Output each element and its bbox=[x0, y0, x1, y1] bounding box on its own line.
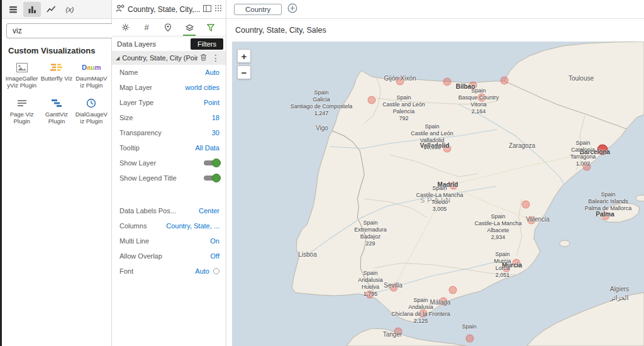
prop-value[interactable]: Point bbox=[204, 99, 219, 106]
prop-label: Allow Overlap bbox=[119, 252, 162, 260]
plugin-pageviz[interactable]: Page Viz Plugin bbox=[4, 98, 39, 125]
prop-label: Data Labels Pos... bbox=[119, 207, 176, 215]
grid-view-icon[interactable] bbox=[214, 4, 222, 14]
layer-title: Country, State, City (Point) bbox=[122, 54, 197, 62]
toggle-knob bbox=[212, 174, 221, 182]
zoom-in-button[interactable]: + bbox=[237, 49, 251, 63]
map-markers: Gijón XixónToulouseBilbaoVigoZaragozaVal… bbox=[232, 42, 644, 346]
prop-row-multi-line: Multi Line On bbox=[112, 233, 226, 248]
show-layer-toggle[interactable] bbox=[204, 160, 219, 165]
map-city-label: Sevilla bbox=[384, 282, 402, 289]
prop-value[interactable]: 18 bbox=[212, 114, 219, 121]
prop-row-font: Font Auto bbox=[112, 264, 226, 279]
prop-label: Font bbox=[119, 267, 133, 275]
collapse-triangle-icon[interactable]: ◢ bbox=[116, 55, 119, 61]
visualizations-panel-icon[interactable] bbox=[23, 2, 41, 17]
gantt-bars-icon bbox=[51, 98, 62, 109]
app-window: (x) × ⋮ Custom Visualizations ImageGalle… bbox=[0, 0, 644, 346]
prop-label: Show Layer bbox=[119, 159, 156, 167]
map-data-label: SpainBalearic IslandsPalma de Mallorca bbox=[585, 191, 632, 212]
prop-value[interactable]: Auto bbox=[195, 267, 209, 275]
map-zoom-controls: + − bbox=[237, 49, 251, 79]
map-visualization[interactable]: Gijón XixónToulouseBilbaoVigoZaragozaVal… bbox=[232, 42, 644, 346]
map-data-point[interactable] bbox=[522, 201, 530, 209]
analytics-panel-icon[interactable] bbox=[42, 2, 60, 17]
data-panel-icon[interactable] bbox=[4, 2, 22, 17]
map-city-label: Toulouse bbox=[569, 75, 594, 82]
custom-visualizations-title: Custom Visualizations bbox=[2, 41, 111, 62]
plugin-label: ImageGalleryViz Plugin bbox=[6, 75, 38, 89]
plugin-imagegallery[interactable]: ImageGalleryViz Plugin bbox=[4, 62, 39, 89]
plugin-dialgauge[interactable]: DialGaugeViz Plugin bbox=[74, 98, 109, 125]
map-data-point[interactable] bbox=[466, 335, 474, 343]
add-filter-icon[interactable] bbox=[287, 3, 297, 15]
calculations-panel-icon[interactable]: (x) bbox=[61, 2, 79, 17]
map-data-label: SpainBasque CountryVitoria2,164 bbox=[458, 87, 499, 115]
prop-value[interactable]: Off bbox=[211, 252, 219, 260]
show-legend-title-toggle[interactable] bbox=[204, 176, 219, 181]
prop-value[interactable]: All Data bbox=[195, 144, 219, 152]
layer-header[interactable]: ◢ Country, State, City (Point) ⋮ bbox=[112, 51, 226, 65]
panel-layout-icon[interactable] bbox=[203, 5, 211, 14]
map-data-label: SpainGaliciaSantiago de Compostela1,247 bbox=[291, 89, 353, 117]
zoom-out-button[interactable]: − bbox=[237, 65, 251, 79]
map-city-label: Zaragoza bbox=[509, 142, 535, 149]
prop-label: Name bbox=[119, 69, 138, 76]
tab-marker-icon[interactable] bbox=[157, 19, 179, 36]
viz-properties-icon bbox=[116, 4, 125, 14]
plugins-grid: ImageGalleryViz Plugin Butterfly Viz Dau… bbox=[2, 62, 111, 125]
prop-row-name: Name Auto bbox=[112, 65, 226, 80]
map-data-label: SpainMurciaLorca2,051 bbox=[494, 251, 511, 279]
map-data-label: SpainCastile and LeónValladolid10,938 bbox=[411, 123, 453, 151]
delete-layer-icon[interactable] bbox=[200, 53, 207, 62]
plugin-label: GanttViz Plugin bbox=[40, 111, 73, 125]
prop-label: Multi Line bbox=[119, 237, 149, 245]
filter-pill-country[interactable]: Country bbox=[234, 4, 282, 15]
map-data-label: Spain bbox=[462, 323, 476, 330]
map-data-point[interactable] bbox=[449, 286, 457, 294]
prop-row-show-layer: Show Layer bbox=[112, 155, 226, 170]
prop-row-map-layer: Map Layer world cities bbox=[112, 80, 226, 95]
prop-value[interactable]: Auto bbox=[205, 69, 219, 76]
map-city-label: Tanger bbox=[383, 331, 402, 338]
prop-row-layer-type: Layer Type Point bbox=[112, 95, 226, 110]
font-auto-circle[interactable] bbox=[213, 268, 219, 274]
map-data-point[interactable] bbox=[368, 96, 376, 104]
image-gallery-icon bbox=[16, 62, 28, 73]
plugin-butterfly[interactable]: Butterfly Viz bbox=[39, 62, 74, 89]
properties-title: Country, State, City,... bbox=[128, 5, 200, 14]
prop-row-transparency: Transparency 30 bbox=[112, 125, 226, 140]
prop-value[interactable]: world cities bbox=[186, 84, 219, 91]
prop-value[interactable]: 30 bbox=[212, 129, 219, 137]
tab-values-icon[interactable]: # bbox=[136, 19, 157, 36]
map-data-label: SpainAndalusiaChiclana de la Frontera2,1… bbox=[391, 297, 450, 325]
search-box[interactable]: × bbox=[6, 23, 121, 38]
prop-value[interactable]: Country, State, ... bbox=[166, 222, 219, 230]
prop-value[interactable]: On bbox=[210, 237, 219, 245]
prop-label: Transparency bbox=[119, 129, 162, 137]
tab-layers-icon[interactable] bbox=[179, 19, 200, 36]
prop-row-size: Size 18 bbox=[112, 110, 226, 125]
viz-title: Country, State, City, Sales bbox=[226, 19, 644, 42]
filters-tooltip: Filters bbox=[191, 38, 223, 50]
plugin-label: Page Viz Plugin bbox=[6, 111, 38, 125]
map-data-point[interactable] bbox=[501, 77, 509, 85]
map-data-point[interactable] bbox=[443, 78, 452, 86]
prop-row-show-legend-title: Show Legend Title bbox=[112, 170, 226, 186]
prop-value[interactable]: Center bbox=[199, 207, 219, 215]
plugin-gantt[interactable]: GanttViz Plugin bbox=[39, 98, 74, 125]
map-city-label: Valencia bbox=[526, 216, 550, 223]
toggle-knob bbox=[212, 159, 221, 167]
map-city-label: Gijón Xixón bbox=[384, 75, 416, 82]
left-sidebar: (x) × ⋮ Custom Visualizations ImageGalle… bbox=[2, 0, 112, 346]
tab-filters-funnel-icon[interactable] bbox=[200, 19, 221, 36]
search-input[interactable] bbox=[11, 26, 111, 36]
plugin-daummap[interactable]: Daum DaumMapViz Plugin bbox=[74, 62, 109, 89]
properties-tabs: # bbox=[112, 19, 226, 36]
dial-gauge-icon bbox=[86, 98, 96, 109]
filter-bar: Country bbox=[226, 0, 644, 19]
layer-menu-icon[interactable]: ⋮ bbox=[209, 53, 222, 62]
properties-header: Country, State, City,... bbox=[112, 0, 226, 19]
map-data-label: SpainAndalusiaHuelva1,795 bbox=[358, 270, 383, 298]
tab-general-gear-icon[interactable] bbox=[114, 19, 136, 36]
